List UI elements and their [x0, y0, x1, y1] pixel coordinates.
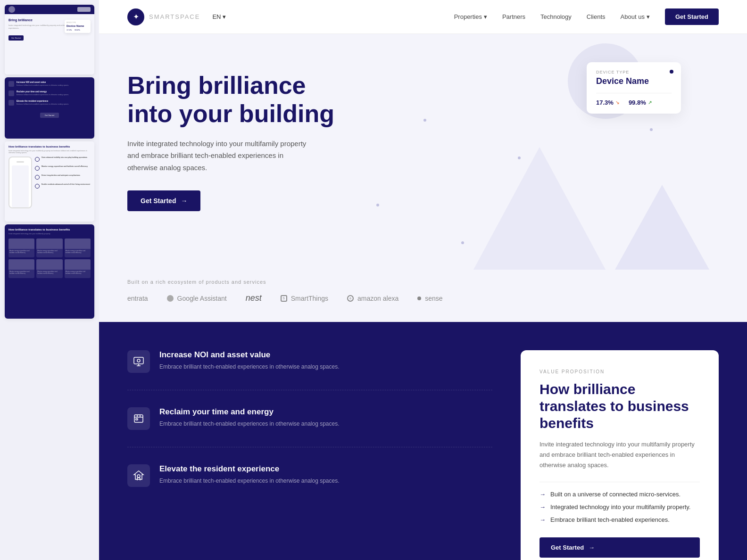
- sense-icon: [417, 296, 421, 300]
- mini-phone-feat-3: Detect irregularities and anticipate com…: [35, 174, 91, 180]
- mini-grid-body: How brilliance translates to business be…: [5, 224, 94, 319]
- mini-phone-feat-4: Enable residents advanced control of the…: [35, 183, 91, 189]
- mini-phone-screen: [12, 165, 29, 207]
- mini-phone-feat-circle-1: [35, 157, 40, 162]
- screenshots-panel: Bring brilliance Invite integrated techn…: [0, 0, 99, 560]
- value-card-cta-arrow-icon: →: [589, 544, 595, 551]
- mini-phone-content: Gain enhanced visibility into everyday b…: [8, 156, 91, 208]
- device-card-status-dot: [670, 70, 673, 74]
- mini-phone-feat-circle-4: [35, 184, 40, 189]
- screenshot-hero-mini: Bring brilliance Invite integrated techn…: [5, 5, 94, 74]
- mini-card-stats: 17.3% 99.8%: [66, 29, 89, 31]
- smartthings-icon: S: [281, 295, 287, 302]
- partner-nest: nest: [246, 293, 262, 303]
- mini-grid-cell-2: Monitor energy expenditure and facilitat…: [36, 239, 62, 257]
- mini-grid-cell-text-6: Monitor energy expenditure and facilitat…: [65, 270, 91, 275]
- hero-triangle-large: [473, 147, 606, 270]
- hero-title-line2: into your building: [127, 100, 334, 127]
- partner-smartthings: S SmartThings: [281, 295, 328, 302]
- feature-text-2: Reclaim your time and energy Embrace bri…: [159, 407, 340, 428]
- nav-link-properties[interactable]: Properties ▾: [454, 13, 487, 20]
- mini-grid-cell-text-1: Monitor energy expenditure and facilitat…: [8, 249, 34, 255]
- mini-grid-cell-3: Monitor energy expenditure and facilitat…: [65, 239, 91, 257]
- hero-dot-5: [650, 128, 653, 131]
- mini-feat-text-3: Elevate the resident experience Embrace …: [17, 100, 69, 105]
- svg-rect-3: [136, 419, 138, 420]
- nav-cta-button[interactable]: Get Started: [665, 8, 719, 25]
- nav-link-about[interactable]: About us ▾: [621, 13, 650, 20]
- feature-icon-time: [127, 407, 150, 430]
- svg-rect-0: [134, 357, 143, 364]
- hero-dot-3: [376, 204, 379, 206]
- partner-sense-label: sense: [425, 295, 442, 302]
- mini-hero-btn[interactable]: Get Started: [8, 35, 24, 41]
- feature-text-3: Elevate the resident experience Embrace …: [159, 464, 340, 486]
- mini-feat-text-2: Reclaim your time and energy Embrace bri…: [17, 91, 69, 96]
- device-stat2-value: 99.8%: [629, 99, 646, 106]
- mini-grid-cell-img-3: [65, 239, 91, 249]
- nav-link-partners[interactable]: Partners: [502, 13, 525, 20]
- device-stat1-value: 17.3%: [596, 99, 614, 106]
- mini-grid-title: How brilliance translates to business be…: [8, 228, 91, 231]
- feature-icon-resident: [127, 464, 150, 487]
- mini-phone-feat-1: Gain enhanced visibility into everyday b…: [35, 156, 91, 162]
- value-card-desc: Invite integrated technology into your m…: [540, 439, 700, 470]
- hero-content: Bring brilliance into your building Invi…: [127, 72, 373, 211]
- noi-icon: [133, 356, 144, 367]
- partner-sense: sense: [417, 295, 442, 302]
- screenshot-features-dark-mini: Increase NOI and asset value Embrace bri…: [5, 77, 94, 139]
- device-card: DEVICE TYPE Device Name 17.3% ↘ 99.8% ↗: [587, 62, 681, 114]
- value-point-1: → Built on a universe of connected micro…: [540, 491, 700, 498]
- mini-feat-icon-1: [8, 81, 14, 87]
- mini-grid-cell-text-2: Monitor energy expenditure and facilitat…: [36, 249, 62, 255]
- device-card-stat-2: 99.8% ↗: [629, 99, 652, 106]
- mini-grid-cell-1: Monitor energy expenditure and facilitat…: [8, 239, 34, 257]
- feature-icon-noi: [127, 350, 150, 373]
- svg-point-1: [137, 359, 140, 362]
- mini-grid-cell-img-1: [8, 239, 34, 249]
- device-card-title: Device Name: [596, 76, 672, 86]
- value-card-cta-button[interactable]: Get Started →: [540, 537, 700, 558]
- partners-label: Built on a rich ecosystem of products an…: [127, 279, 719, 285]
- mini-grid-cell-img-5: [36, 259, 62, 270]
- device-stat2-up-icon: ↗: [648, 100, 652, 105]
- partners-logos: entrata Google Assistant nest S SmartThi…: [127, 293, 719, 303]
- device-card-stats: 17.3% ↘ 99.8% ↗: [596, 99, 672, 106]
- page-wrapper: Bring brilliance Invite integrated techn…: [0, 0, 747, 560]
- mini-hero-body: Bring brilliance Invite integrated techn…: [5, 14, 94, 74]
- mini-grid-cell-text-3: Monitor energy expenditure and facilitat…: [65, 249, 91, 255]
- mini-card-val: Device Name: [66, 25, 89, 27]
- features-list: Increase NOI and asset value Embrace bri…: [127, 350, 492, 560]
- point-arrow-1: →: [540, 491, 546, 498]
- mini-grid: Monitor energy expenditure and facilitat…: [8, 239, 91, 278]
- feature-title-3: Elevate the resident experience: [159, 464, 340, 474]
- nav-dropdown-icon-properties: ▾: [484, 13, 487, 20]
- nav-lang-chevron-icon: ▾: [223, 13, 226, 20]
- mini-dark-btn[interactable]: Get Started: [40, 113, 59, 118]
- hero-cta-label: Get Started: [141, 197, 176, 205]
- resident-icon: [133, 470, 144, 481]
- partner-google: Google Assistant: [167, 295, 227, 302]
- mini-grid-cell-text-4: Monitor energy expenditure and facilitat…: [8, 270, 34, 275]
- feature-text-1: Increase NOI and asset value Embrace bri…: [159, 350, 340, 371]
- google-assistant-icon: [167, 295, 174, 302]
- hero-cta-button[interactable]: Get Started →: [127, 190, 200, 211]
- partner-nest-label: nest: [246, 293, 262, 303]
- mini-feat-item-2: Reclaim your time and energy Embrace bri…: [8, 91, 91, 96]
- nav-link-clients[interactable]: Clients: [587, 13, 606, 20]
- hero-title-line1: Bring brilliance: [127, 72, 306, 99]
- device-stat1-down-icon: ↘: [615, 100, 619, 105]
- nav-lang-selector[interactable]: EN ▾: [212, 13, 226, 20]
- nav-logo-icon: ✦: [127, 8, 144, 25]
- hero-dot-1: [423, 119, 426, 122]
- mini-phone-feat-circle-3: [35, 175, 40, 180]
- nav-link-technology[interactable]: Technology: [540, 13, 572, 20]
- mini-stat2: 99.8%: [75, 29, 80, 31]
- mini-logo: [8, 6, 15, 13]
- nav-logo: ✦ SMARTSPACE EN ▾: [127, 8, 226, 25]
- mini-grid-cell-text-5: Monitor energy expenditure and facilitat…: [36, 270, 62, 275]
- mini-grid-desc: Invite integrated technology into your m…: [8, 233, 91, 235]
- main-content: ✦ SMARTSPACE EN ▾ Properties ▾ Partners …: [99, 0, 747, 560]
- value-point-3: → Embrace brilliant tech-enabled experie…: [540, 516, 700, 523]
- svg-point-4: [137, 475, 140, 478]
